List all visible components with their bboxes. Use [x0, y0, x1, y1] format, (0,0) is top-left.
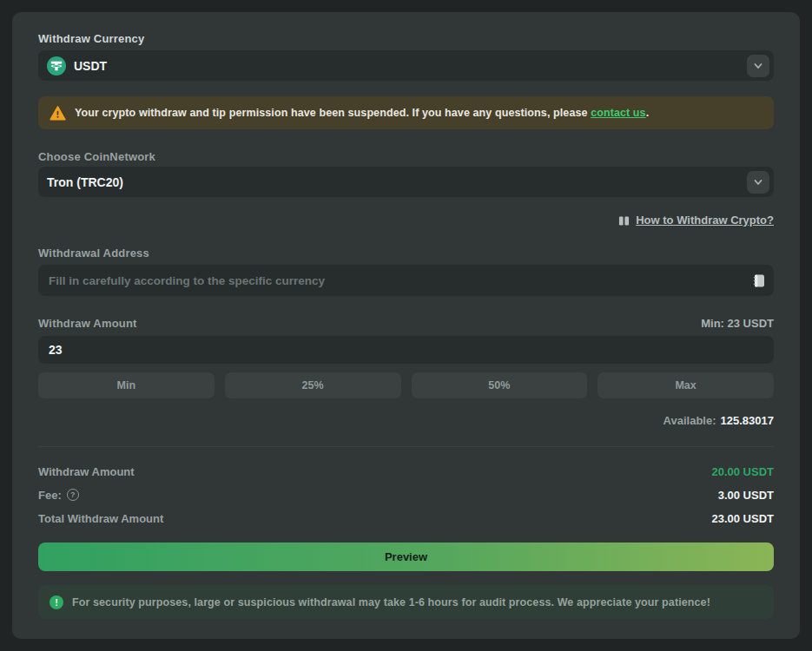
withdrawal-address-label: Withdrawal Address	[38, 247, 774, 260]
withdraw-summary: Withdraw Amount 20.00 USDT Fee: ? 3.00 U…	[38, 464, 774, 525]
min-amount-label: Min: 23 USDT	[701, 317, 774, 330]
summary-row-total: Total Withdraw Amount 23.00 USDT	[38, 511, 774, 525]
currency-select[interactable]: USDT	[38, 50, 774, 81]
summary-fee-value: 3.00 USDT	[718, 489, 774, 502]
withdraw-amount-field	[38, 336, 774, 364]
chevron-down-icon[interactable]	[747, 55, 769, 77]
withdrawal-address-field	[38, 265, 774, 296]
percent-25-button[interactable]: 25%	[225, 372, 401, 398]
chevron-down-icon[interactable]	[747, 171, 769, 194]
paste-icon[interactable]	[752, 273, 766, 288]
withdraw-amount-header: Withdraw Amount Min: 23 USDT	[38, 317, 774, 330]
summary-total-label: Total Withdraw Amount	[38, 512, 163, 525]
withdrawal-address-input[interactable]	[49, 274, 752, 287]
summary-row-fee: Fee: ? 3.00 USDT	[38, 488, 774, 502]
withdraw-amount-input[interactable]	[49, 343, 763, 357]
withdraw-amount-label: Withdraw Amount	[38, 317, 137, 330]
divider	[38, 446, 774, 447]
coin-network-label: Choose CoinNetwork	[38, 150, 774, 163]
summary-row-amount: Withdraw Amount 20.00 USDT	[38, 464, 774, 478]
warning-text-body: Your crypto withdraw and tip permission …	[75, 107, 588, 119]
currency-selected-value: USDT	[74, 59, 747, 73]
min-button[interactable]: Min	[38, 372, 215, 398]
summary-amount-label: Withdraw Amount	[38, 465, 135, 478]
book-icon	[618, 214, 630, 226]
available-value: 125.83017	[721, 414, 774, 427]
question-circle-icon[interactable]: ?	[67, 489, 79, 501]
withdraw-currency-label: Withdraw Currency	[38, 32, 774, 45]
summary-fee-label: Fee: ?	[38, 489, 79, 502]
help-link-row: How to Withdraw Crypto?	[38, 213, 774, 227]
fee-label-text: Fee:	[38, 489, 62, 502]
tether-icon	[47, 56, 66, 76]
quick-amount-buttons: Min 25% 50% Max	[38, 372, 774, 398]
warning-text-suffix: .	[646, 107, 650, 119]
summary-total-value: 23.00 USDT	[711, 512, 774, 525]
withdraw-panel: Withdraw Currency USDT Your crypto withd…	[12, 12, 800, 639]
suspension-warning-banner: Your crypto withdraw and tip permission …	[38, 96, 774, 129]
security-info-text: For security purposes, large or suspicio…	[72, 596, 710, 608]
how-to-withdraw-link[interactable]: How to Withdraw Crypto?	[636, 214, 774, 227]
available-balance-row: Available:125.83017	[38, 414, 774, 427]
info-exclamation-icon: !	[50, 595, 63, 609]
max-button[interactable]: Max	[597, 372, 774, 398]
warning-triangle-icon	[50, 106, 66, 121]
contact-us-link[interactable]: contact us	[591, 107, 646, 119]
security-info-banner: ! For security purposes, large or suspic…	[38, 585, 774, 619]
percent-50-button[interactable]: 50%	[412, 372, 588, 398]
preview-button[interactable]: Preview	[38, 542, 774, 571]
available-label: Available:	[663, 414, 716, 427]
network-selected-value: Tron (TRC20)	[47, 175, 747, 189]
network-select[interactable]: Tron (TRC20)	[38, 167, 774, 197]
summary-amount-value: 20.00 USDT	[711, 465, 774, 478]
suspension-warning-text: Your crypto withdraw and tip permission …	[75, 107, 649, 119]
